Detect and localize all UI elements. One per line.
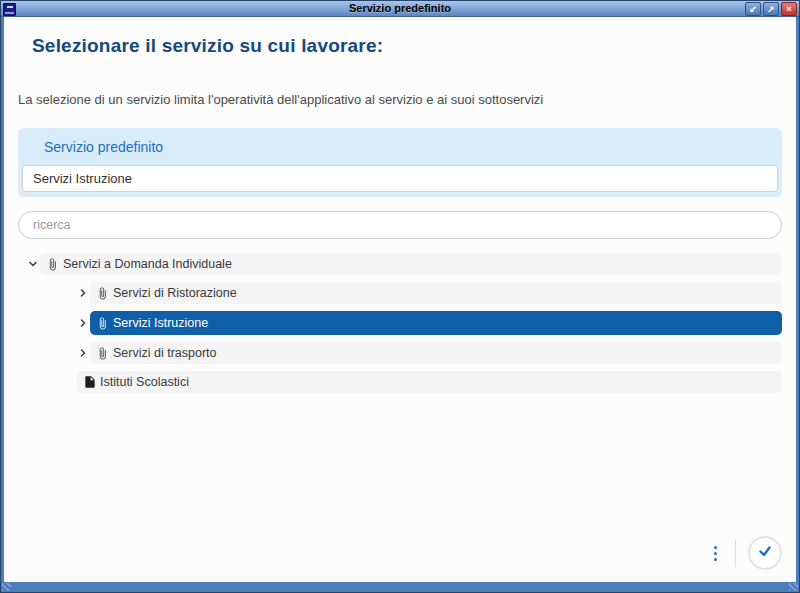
dialog-window: Servizio predefinito ↙ ↗ × Selezionare i…	[0, 0, 800, 593]
tree-row-surface[interactable]: Servizi di Ristorazione	[90, 282, 782, 304]
chevron-right-icon[interactable]	[76, 316, 90, 330]
chevron-right-icon[interactable]	[76, 346, 90, 360]
tree-row-surface[interactable]: Servizi a Domanda Individuale	[40, 253, 782, 275]
arrow-down-left-icon: ↙	[749, 5, 757, 14]
paperclip-icon	[95, 286, 110, 301]
page-description: La selezione di un servizio limita l'ope…	[18, 92, 782, 107]
resize-grip[interactable]	[789, 583, 798, 591]
tree-row-surface[interactable]: Istituti Scolastici	[77, 371, 782, 393]
default-service-field[interactable]	[22, 165, 778, 192]
paperclip-icon	[95, 346, 110, 361]
tree-item[interactable]: Servizi di trasporto	[76, 342, 782, 364]
title-bar[interactable]: Servizio predefinito ↙ ↗ ×	[1, 1, 799, 17]
page-title: Selezionare il servizio su cui lavorare:	[32, 35, 782, 57]
resize-grip[interactable]	[2, 583, 11, 591]
minimize-button[interactable]: ↙	[745, 2, 761, 16]
window-title: Servizio predefinito	[1, 2, 799, 14]
tree-item-label: Servizi di trasporto	[113, 346, 217, 360]
close-button[interactable]: ×	[781, 2, 797, 16]
paperclip-icon	[95, 316, 110, 331]
check-icon	[756, 542, 774, 564]
tree-item-label: Servizi a Domanda Individuale	[63, 257, 232, 271]
chevron-down-icon[interactable]	[26, 257, 40, 271]
tree-item-label: Servizi di Ristorazione	[113, 286, 237, 300]
search-input[interactable]	[18, 211, 782, 239]
arrow-up-right-icon: ↗	[767, 5, 775, 14]
tree-item-label: Servizi Istruzione	[113, 316, 208, 330]
service-tree: Servizi a Domanda IndividualeServizi di …	[18, 253, 782, 393]
more-options-icon[interactable]	[708, 540, 723, 567]
chevron-right-icon[interactable]	[76, 286, 90, 300]
tree-row-surface[interactable]: Servizi di trasporto	[90, 342, 782, 364]
default-service-panel: Servizio predefinito	[18, 128, 782, 197]
paperclip-icon	[45, 257, 60, 272]
footer-actions	[708, 536, 782, 570]
tree-item[interactable]: Servizi Istruzione	[76, 311, 782, 335]
footer-divider	[735, 539, 736, 567]
confirm-button[interactable]	[748, 536, 782, 570]
tree-row-surface[interactable]: Servizi Istruzione	[90, 311, 782, 335]
close-icon: ×	[786, 5, 791, 14]
default-service-label: Servizio predefinito	[44, 139, 778, 155]
dialog-content: Selezionare il servizio su cui lavorare:…	[4, 17, 796, 582]
document-icon	[82, 375, 97, 390]
tree-item[interactable]: Servizi di Ristorazione	[76, 282, 782, 304]
tree-item-label: Istituti Scolastici	[100, 375, 189, 389]
tree-item[interactable]: Servizi a Domanda Individuale	[26, 253, 782, 275]
tree-item[interactable]: Istituti Scolastici	[77, 371, 782, 393]
maximize-button[interactable]: ↗	[763, 2, 779, 16]
